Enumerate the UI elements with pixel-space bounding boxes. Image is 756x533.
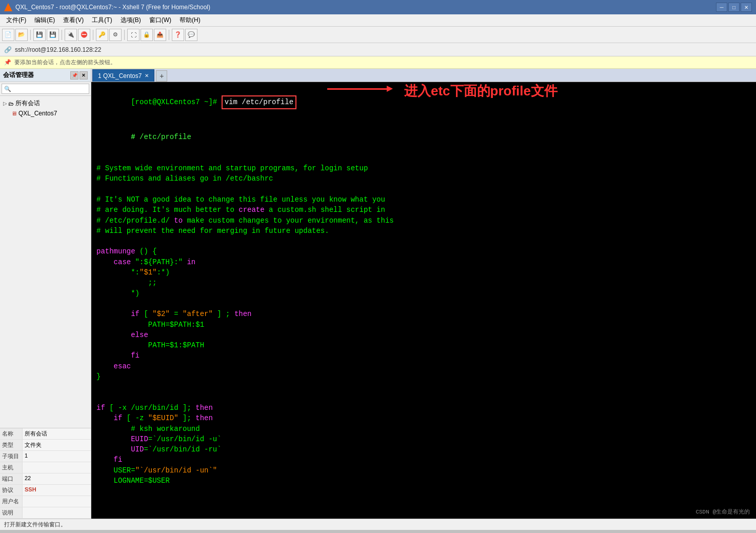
minimize-button[interactable]: ─ xyxy=(716,3,727,12)
term-star-paren: *) xyxy=(96,288,751,299)
prop-label-protocol: 协议 xyxy=(0,485,23,496)
maximize-button[interactable]: □ xyxy=(728,3,740,12)
terminal[interactable]: [root@QXLCentos7 ~]# vim /etc/profile 进入… xyxy=(91,82,756,519)
term-if-x: if [ -x /usr/bin/id ]; then xyxy=(96,403,751,413)
sidebar-close-btn[interactable]: ✕ xyxy=(79,71,88,80)
term-if-stmt: if [ "$2" = "after" ] ; then xyxy=(96,309,751,319)
open-btn[interactable]: 📂 xyxy=(15,29,28,41)
session-icon: 🖥 xyxy=(11,110,17,116)
term-fi: fi xyxy=(96,350,751,361)
prop-label-name: 名称 xyxy=(0,428,23,439)
sidebar-pin-btn[interactable]: 📌 xyxy=(70,71,78,80)
sep2 xyxy=(62,30,62,40)
annotation-arrow xyxy=(327,88,389,90)
menu-tools[interactable]: 工具(T) xyxy=(88,15,116,26)
help-btn[interactable]: ❓ xyxy=(172,29,184,41)
sep3 xyxy=(93,30,93,40)
status-bar: 打开新建文件传输窗口。 xyxy=(0,519,756,530)
prop-protocol: 协议 SSH xyxy=(0,485,91,496)
term-blank-3 xyxy=(96,236,751,246)
prop-val-host xyxy=(23,462,91,473)
menu-window[interactable]: 窗口(W) xyxy=(145,15,175,26)
main-layout: 会话管理器 📌 ✕ ▷ 🗁 所有会话 🖥 QXL_Centos7 xyxy=(0,69,756,519)
prop-host: 主机 xyxy=(0,462,91,473)
tab-label: 1 QXL_Centos7 xyxy=(98,72,142,80)
connection-icon: 🔗 xyxy=(4,46,12,53)
prop-val-port: 22 xyxy=(23,473,91,484)
info-bar: 📌 要添加当前会话，点击左侧的箭头按钮。 xyxy=(0,56,756,69)
chat-btn[interactable]: 💬 xyxy=(185,29,197,41)
sidebar-search-container xyxy=(0,82,91,96)
term-case-pattern: *:"$1":*) xyxy=(96,267,751,278)
hash-symbol: # xyxy=(131,133,140,141)
tab-close-btn[interactable]: ✕ xyxy=(145,73,149,78)
title-text: QXL_Centos7 - root@QXLCentos7:~ - Xshell… xyxy=(15,4,716,11)
term-double-semicolon: ;; xyxy=(96,278,751,288)
menu-file[interactable]: 文件(F) xyxy=(2,15,30,26)
tree-item-qxl[interactable]: 🖥 QXL_Centos7 xyxy=(2,109,89,118)
prop-port: 端口 22 xyxy=(0,473,91,485)
tree-item-all-sessions[interactable]: ▷ 🗁 所有会话 xyxy=(2,98,89,109)
term-comment-5: # /etc/profile.d/ to make custom changes… xyxy=(96,215,751,226)
sep1 xyxy=(30,30,31,40)
address-bar: 🔗 ssh://root@192.168.160.128:22 xyxy=(0,43,756,56)
term-fi2: fi xyxy=(96,455,751,465)
menu-view[interactable]: 查看(V) xyxy=(59,15,88,26)
prop-type: 类型 文件夹 xyxy=(0,440,91,451)
menu-bar: 文件(F) 编辑(E) 查看(V) 工具(T) 选项(B) 窗口(W) 帮助(H… xyxy=(0,14,756,27)
prop-label-username: 用户名 xyxy=(0,496,23,507)
menu-edit[interactable]: 编辑(E) xyxy=(30,15,59,26)
saveas-btn[interactable]: 💾 xyxy=(47,29,59,41)
term-blank-2 xyxy=(96,184,751,194)
term-path-after: PATH=$PATH:$1 xyxy=(96,320,751,330)
tab-qxl[interactable]: 1 QXL_Centos7 ✕ xyxy=(92,69,154,82)
status-text: 打开新建文件传输窗口。 xyxy=(4,521,66,528)
prop-val-desc xyxy=(23,507,91,518)
menu-options[interactable]: 选项(B) xyxy=(116,15,145,26)
term-user: USER="`/usr/bin/id -un`" xyxy=(96,465,751,476)
tree-label-all: 所有会话 xyxy=(15,99,40,108)
prop-username: 用户名 xyxy=(0,496,91,507)
term-func-def: pathmunge () { xyxy=(96,246,751,256)
prop-label-children: 子项目 xyxy=(0,451,23,462)
prop-val-children: 1 xyxy=(23,451,91,462)
close-button[interactable]: ✕ xyxy=(741,3,752,12)
term-else: else xyxy=(96,330,751,340)
prop-desc: 说明 xyxy=(0,507,91,519)
tab-bar: 1 QXL_Centos7 ✕ + xyxy=(91,69,756,82)
save-btn[interactable]: 💾 xyxy=(33,29,46,41)
menu-help[interactable]: 帮助(H) xyxy=(175,15,205,26)
title-bar: QXL_Centos7 - root@QXLCentos7:~ - Xshell… xyxy=(0,0,756,14)
term-comment-2: # Functions and aliases go in /etc/bashr… xyxy=(96,173,751,184)
sep4 xyxy=(124,30,125,40)
sidebar-search-input[interactable] xyxy=(2,84,89,94)
term-file-heading: # /etc/profile xyxy=(96,122,751,153)
term-comment-4: # are doing. It's much better to create … xyxy=(96,205,751,215)
address-text: ssh://root@192.168.160.128:22 xyxy=(15,46,101,53)
term-blank-1 xyxy=(96,153,751,163)
tree-label-qxl: QXL_Centos7 xyxy=(18,110,57,117)
disconnect-btn[interactable]: ⛔ xyxy=(78,29,90,41)
connect-btn[interactable]: 🔌 xyxy=(65,29,77,41)
transfer-btn[interactable]: 📤 xyxy=(154,29,166,41)
prop-label-port: 端口 xyxy=(0,473,23,484)
lock-btn[interactable]: 🔒 xyxy=(141,29,153,41)
term-blank-4 xyxy=(96,299,751,309)
fullscreen-btn[interactable]: ⛶ xyxy=(127,29,140,41)
properties-panel: 名称 所有会话 类型 文件夹 子项目 1 主机 端口 22 协议 SSH xyxy=(0,428,91,519)
tab-add-btn[interactable]: + xyxy=(156,70,167,82)
term-case: case ":${PATH}:" in xyxy=(96,257,751,267)
term-comment-6: # will prevent the need for merging in f… xyxy=(96,226,751,236)
prop-label-type: 类型 xyxy=(0,440,23,450)
term-if-z: if [ -z "$EUID" ]; then xyxy=(96,413,751,423)
key-btn[interactable]: 🔑 xyxy=(96,29,108,41)
arrow-line xyxy=(327,88,389,90)
sidebar-title: 会话管理器 xyxy=(3,71,34,80)
new-btn[interactable]: 📄 xyxy=(2,29,14,41)
term-esac: esac xyxy=(96,361,751,371)
term-euid: EUID=`/usr/bin/id -u` xyxy=(96,434,751,444)
prop-val-protocol: SSH xyxy=(23,485,91,496)
prop-val-name: 所有会话 xyxy=(23,428,91,439)
settings-btn[interactable]: ⚙ xyxy=(109,29,122,41)
term-comment-1: # System wide environment and startup pr… xyxy=(96,163,751,173)
